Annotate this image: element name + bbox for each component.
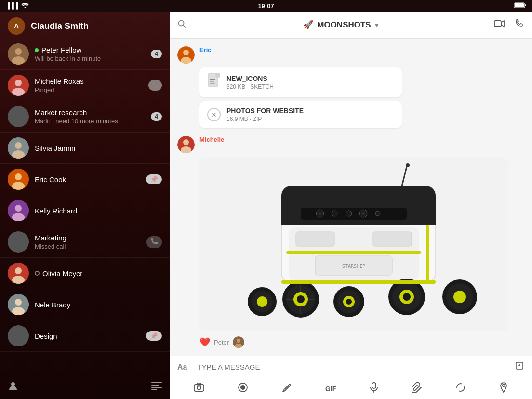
avatar-peter — [8, 43, 29, 65]
chat-messages: Eric NEW_IC — [170, 39, 532, 356]
avatar-nele — [8, 294, 29, 315]
loading-spinner-button[interactable] — [455, 382, 466, 395]
contact-name-design: Design — [35, 332, 146, 340]
contact-status-michelle: Pinged — [35, 86, 148, 93]
svg-rect-61 — [296, 232, 334, 246]
svg-point-103 — [502, 385, 505, 387]
gif-button[interactable]: GIF — [325, 385, 336, 393]
chat-header-title: 🚀 MOONSHOTS ▾ — [303, 20, 378, 30]
robot-delivery-image: STARSHIP — [200, 157, 508, 331]
contact-info-design: Design — [35, 332, 146, 340]
svg-point-5 — [15, 48, 22, 55]
sketch-button[interactable] — [281, 382, 292, 395]
contact-item-market[interactable]: Market research Marit: I need 10 more mi… — [0, 101, 170, 133]
status-bar-right — [514, 2, 526, 10]
badge-eric: 📌 — [146, 174, 162, 184]
sidebar-title: Claudia Smith — [31, 21, 89, 31]
svg-point-55 — [346, 211, 352, 216]
cancel-download-icon[interactable]: ✕ — [207, 108, 221, 121]
message-group-michelle: Michelle — [177, 136, 524, 350]
contact-item-marketing[interactable]: Marketing Missed call — [0, 226, 170, 258]
svg-rect-28 — [151, 385, 159, 386]
svg-point-58 — [375, 211, 380, 216]
timer-icon[interactable] — [515, 361, 524, 373]
svg-point-83 — [453, 291, 466, 303]
file-attachment-photos[interactable]: ✕ PHOTOS FOR WEBSITE 16.9 MB · ZIP — [200, 101, 402, 128]
attachment-button[interactable] — [412, 382, 422, 395]
file-info-photos: PHOTOS FOR WEBSITE 16.9 MB · ZIP — [226, 107, 304, 122]
svg-point-86 — [257, 296, 267, 307]
menu-icon[interactable] — [151, 381, 162, 392]
contact-name-kelly: Kelly Richard — [35, 207, 162, 215]
file-name-new-icons: NEW_ICONS — [226, 75, 274, 82]
avatar-eric — [8, 169, 29, 190]
svg-point-21 — [15, 267, 22, 274]
current-user-avatar[interactable]: A — [8, 17, 25, 35]
svg-rect-27 — [151, 382, 162, 383]
contact-name-peter: Peter Fellow — [35, 46, 151, 54]
contact-name-market: Market research — [35, 108, 151, 117]
heart-reaction-icon[interactable]: ❤️ — [200, 337, 210, 347]
contact-item-silvia[interactable]: Silvia Jammi — [0, 133, 170, 164]
avatar-michelle — [8, 75, 29, 96]
chat-input-area: Aa — [170, 356, 532, 399]
contact-info-olivia: Olivia Meyer — [35, 269, 162, 278]
font-format-button[interactable]: Aa — [177, 363, 187, 372]
svg-point-57 — [361, 212, 365, 215]
location-button[interactable] — [499, 382, 508, 395]
svg-point-80 — [403, 293, 411, 301]
badge-peter: 4 — [151, 50, 162, 58]
contact-name-nele: Nele Brady — [35, 301, 162, 309]
input-divider — [192, 361, 192, 373]
contact-item-michelle[interactable]: Michelle Roxas Pinged — [0, 70, 170, 101]
contact-status-market: Marit: I need 10 more minutes — [35, 118, 151, 125]
badge-design: 📌 — [146, 331, 162, 341]
contact-item-peter[interactable]: Peter Fellow Will be back in a minute 4 — [0, 39, 170, 70]
badge-michelle — [148, 80, 162, 91]
avatar-silvia — [8, 137, 29, 159]
online-indicator-peter — [35, 48, 39, 52]
contact-info-silvia: Silvia Jammi — [35, 144, 162, 152]
chat-input-row: Aa — [170, 356, 532, 378]
chat-header-actions — [494, 19, 524, 31]
contact-list: Peter Fellow Will be back in a minute 4 … — [0, 39, 170, 374]
svg-point-76 — [346, 299, 352, 305]
message-row-eric: Eric — [177, 46, 524, 64]
profile-icon[interactable] — [8, 380, 18, 393]
file-attachment-new-icons[interactable]: NEW_ICONS 320 KB · SKETCH — [200, 67, 402, 97]
contact-name-olivia: Olivia Meyer — [35, 269, 162, 278]
reaction-row: ❤️ Peter — [177, 334, 524, 350]
svg-rect-62 — [373, 232, 412, 246]
search-icon[interactable] — [177, 19, 187, 31]
contact-name-michelle: Michelle Roxas — [35, 77, 148, 85]
svg-point-50 — [406, 163, 410, 167]
svg-rect-2 — [515, 3, 524, 7]
svg-rect-33 — [494, 21, 501, 27]
phone-call-icon[interactable] — [515, 19, 524, 31]
contact-item-design[interactable]: Design 📌 — [0, 320, 170, 352]
contact-item-kelly[interactable]: Kelly Richard — [0, 195, 170, 226]
contact-info-marketing: Marketing Missed call — [35, 234, 146, 250]
contact-item-olivia[interactable]: Olivia Meyer — [0, 258, 170, 289]
circle-button[interactable] — [238, 382, 248, 395]
message-input[interactable] — [197, 363, 510, 371]
microphone-button[interactable] — [370, 382, 378, 395]
avatar-marketing — [8, 231, 29, 253]
reaction-name: Peter — [214, 339, 229, 346]
contact-item-eric[interactable]: Eric Cook 📌 — [0, 164, 170, 195]
camera-button[interactable] — [194, 383, 204, 394]
svg-point-12 — [15, 142, 22, 149]
sidebar-footer — [0, 374, 170, 399]
contact-info-eric: Eric Cook — [35, 175, 146, 184]
contact-info-peter: Peter Fellow Will be back in a minute — [35, 46, 151, 62]
chevron-down-icon[interactable]: ▾ — [375, 21, 378, 29]
svg-point-24 — [15, 299, 22, 306]
avatar-olivia — [8, 263, 29, 284]
badge-marketing — [146, 236, 162, 248]
image-message-robot[interactable]: STARSHIP — [200, 157, 508, 331]
contact-info-michelle: Michelle Roxas Pinged — [35, 77, 148, 93]
avatar-msg-eric — [177, 46, 195, 64]
contact-item-nele[interactable]: Nele Brady — [0, 289, 170, 320]
sidebar-header: A Claudia Smith — [0, 12, 170, 39]
video-call-icon[interactable] — [494, 19, 505, 31]
